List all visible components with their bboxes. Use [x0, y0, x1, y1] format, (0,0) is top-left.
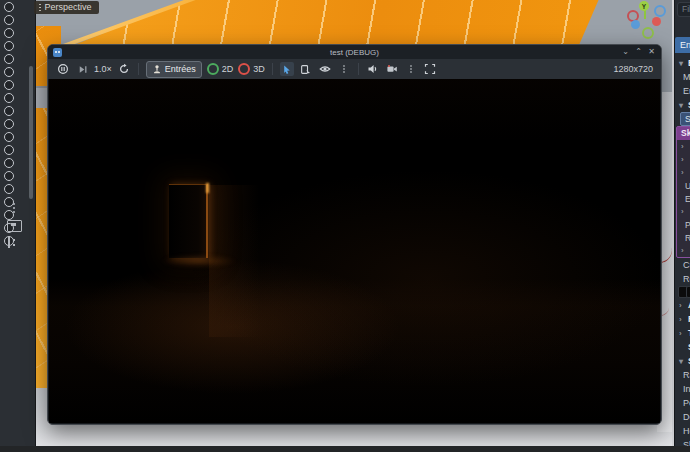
- row-label: Energy Multiplier: [685, 194, 690, 204]
- restart-icon[interactable]: [117, 62, 131, 76]
- sphere-list-item[interactable]: [4, 41, 14, 51]
- sphere-list-item[interactable]: [4, 171, 14, 181]
- row-label: Radius: [683, 370, 690, 380]
- minimize-button[interactable]: ⌄: [621, 45, 630, 59]
- speed-value[interactable]: 1.0×: [94, 64, 112, 74]
- sphere-list-item[interactable]: [4, 28, 14, 38]
- caret-icon: ▾: [679, 101, 685, 110]
- sphere-list-item[interactable]: [4, 184, 14, 194]
- bottom-status-strip: [0, 446, 690, 452]
- caret-icon: ›: [679, 315, 685, 324]
- inspector-row-resource[interactable]: ›Resource: [677, 205, 690, 218]
- sphere-list-item[interactable]: [4, 80, 14, 90]
- inspector-rows-bottom: Custom FovRotation›Ambient Light›Reflect…: [675, 258, 690, 452]
- visibility-eye-icon[interactable]: [318, 62, 332, 76]
- camera-2d-toggle[interactable]: 2D: [207, 63, 234, 75]
- inspector-row-ambient-light[interactable]: ›Ambient Light: [675, 298, 690, 312]
- sphere-list-item[interactable]: [4, 132, 14, 142]
- sphere-list-item[interactable]: [4, 106, 14, 116]
- select-tool-icon[interactable]: [280, 62, 294, 76]
- perspective-label: Perspective: [45, 1, 92, 14]
- inspector-row-tonemap[interactable]: ›Tonemap: [675, 326, 690, 340]
- row-label: Intensity: [683, 384, 690, 394]
- sphere-list-item[interactable]: [4, 67, 14, 77]
- window-title: test (DEBUG): [48, 48, 661, 57]
- row-label: Use Debanding: [685, 181, 690, 191]
- frame-icon[interactable]: [7, 220, 22, 232]
- inspector-row-sky[interactable]: ›Sky: [677, 140, 690, 153]
- camera-3d-toggle[interactable]: 3D: [238, 63, 265, 75]
- spacing-icon[interactable]: [8, 237, 10, 248]
- z-pos-ball[interactable]: [631, 20, 640, 29]
- caret-icon: ›: [679, 301, 685, 310]
- inspector-row-power: Power: [675, 396, 690, 410]
- x-pos-ball[interactable]: [652, 17, 661, 26]
- sphere-list-item[interactable]: [4, 93, 14, 103]
- inspector-row-sun[interactable]: ›Sun: [677, 166, 690, 179]
- z-neg-ball[interactable]: [654, 5, 666, 17]
- row-label: Mode: [683, 72, 690, 82]
- game-debug-window: test (DEBUG) ⌄ ⌃ ✕ 1.0× Entrées 2D 3D: [47, 44, 662, 425]
- sphere-list-item[interactable]: [4, 15, 14, 25]
- dark-room-render: [49, 79, 660, 423]
- caret-icon: ›: [681, 207, 687, 216]
- 2d-ring-icon: [207, 63, 219, 75]
- inspector-row-swatch[interactable]: [678, 286, 690, 298]
- sphere-list-item[interactable]: [4, 2, 14, 12]
- inspector-row-sky[interactable]: Sky: [675, 112, 690, 126]
- pause-game-icon[interactable]: [56, 62, 70, 76]
- sky-resource-chip[interactable]: Sky: [680, 112, 690, 126]
- sphere-list-item[interactable]: [4, 119, 14, 129]
- inspector-row-energy-multiplier: Energy Multiplier: [677, 192, 690, 205]
- sky-material-rows: ›Sky›Ground›SunUse DebandingEnergy Multi…: [677, 140, 690, 257]
- lit-doorway: [169, 184, 208, 258]
- y-axis-ball[interactable]: Y: [639, 1, 649, 11]
- y-neg-ball[interactable]: [642, 27, 654, 39]
- inspector-row-ssr[interactable]: SSR: [675, 340, 690, 354]
- left-dock-strip: [0, 0, 36, 446]
- more-options-icon[interactable]: [337, 62, 351, 76]
- perspective-menu[interactable]: Perspective: [34, 1, 99, 14]
- color-swatch[interactable]: [686, 286, 690, 298]
- sphere-list-item[interactable]: [4, 145, 14, 155]
- camera-override-icon[interactable]: [385, 62, 399, 76]
- next-frame-icon[interactable]: [75, 62, 89, 76]
- inspector-row-ssao[interactable]: ▾SSAO: [675, 354, 690, 368]
- game-viewport[interactable]: [49, 79, 660, 423]
- sphere-list-item[interactable]: [4, 158, 14, 168]
- window-titlebar[interactable]: test (DEBUG) ⌄ ⌃ ✕: [48, 45, 661, 59]
- inspector-row-energy-multiplier: Energy Multiplier: [675, 84, 690, 98]
- inspector-row-process-mode: Process Mode: [677, 218, 690, 231]
- inspector-row-resource[interactable]: ›Resource: [677, 244, 690, 257]
- audio-mute-icon[interactable]: [366, 62, 380, 76]
- row-label: Process Mode: [685, 220, 690, 230]
- sphere-list-item[interactable]: [4, 54, 14, 64]
- inputs-mode-button[interactable]: Entrées: [146, 61, 202, 78]
- caret-icon: ›: [681, 155, 687, 164]
- maximize-button[interactable]: ⌃: [634, 45, 643, 59]
- game-toolbar: 1.0× Entrées 2D 3D: [48, 59, 661, 80]
- sky-material-header[interactable]: Sky Material: [677, 127, 690, 140]
- resolution-label: 1280x720: [613, 64, 653, 74]
- inspector-row-reflected-light[interactable]: ›Reflected Light: [675, 312, 690, 326]
- joystick-icon: [152, 64, 162, 74]
- inspector-row-sky[interactable]: ▾Sky: [675, 98, 690, 112]
- row-label: Horizon: [683, 426, 690, 436]
- kebab-menu-icon: [39, 4, 41, 12]
- separator: [138, 63, 139, 75]
- inspector-row-custom-fov: Custom Fov: [675, 258, 690, 272]
- inspector-row-background[interactable]: ▾Background: [675, 56, 690, 70]
- separator: [358, 63, 359, 75]
- kebab-menu-icon[interactable]: [13, 203, 15, 213]
- axis-gizmo[interactable]: Y: [622, 0, 672, 38]
- close-button[interactable]: ✕: [647, 45, 656, 59]
- node-select-icon[interactable]: [299, 62, 313, 76]
- more-options-icon[interactable]: [404, 62, 418, 76]
- strip-scrollbar[interactable]: [29, 66, 33, 199]
- inspector-row-intensity: Intensity: [675, 382, 690, 396]
- inspector-row-ground[interactable]: ›Ground: [677, 153, 690, 166]
- fullscreen-expand-icon[interactable]: [423, 62, 437, 76]
- inspector-row-radiance-size: Radiance Size: [677, 231, 690, 244]
- inspector-filter-input[interactable]: Filtre: [677, 2, 690, 17]
- environment-resource-header[interactable]: Environment: [675, 37, 690, 53]
